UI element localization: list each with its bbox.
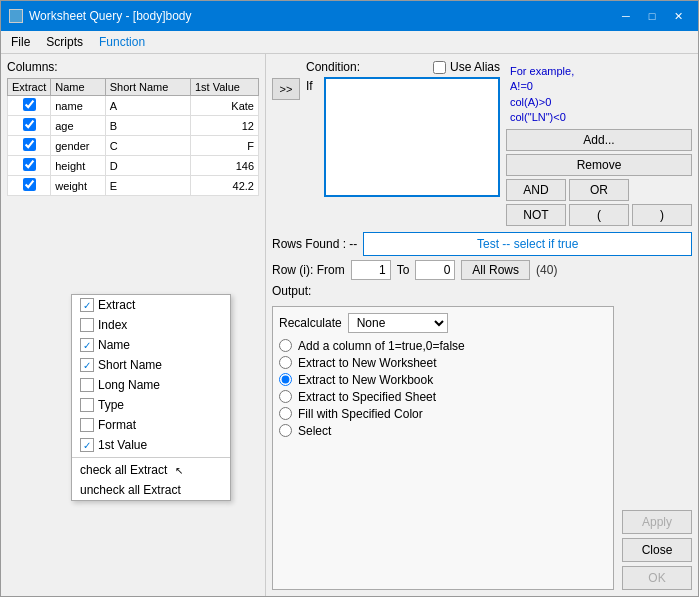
- radio-item-4: Fill with Specified Color: [279, 407, 607, 421]
- name-cell: name: [51, 96, 105, 116]
- name-cell: age: [51, 116, 105, 136]
- dropdown-checkbox-0: [80, 298, 94, 312]
- right-buttons: For example,A!=0col(A)>0col("LN")<0 Add.…: [506, 64, 692, 226]
- radio-item-3: Extract to Specified Sheet: [279, 390, 607, 404]
- output-section: Recalculate NoneAutoManual Add a column …: [272, 306, 614, 590]
- logic-buttons-row: AND OR: [506, 179, 692, 201]
- title-controls: ─ □ ✕: [614, 7, 690, 25]
- dropdown-label-8: check all Extract: [80, 463, 167, 477]
- arrow-button[interactable]: >>: [272, 78, 300, 100]
- use-alias-label: Use Alias: [450, 60, 500, 74]
- condition-label: Condition:: [306, 60, 360, 74]
- radio-label-0: Add a column of 1=true,0=false: [298, 339, 465, 353]
- row-to-input[interactable]: [415, 260, 455, 280]
- radio-item-5: Select: [279, 424, 607, 438]
- dropdown-popup: ExtractIndexNameShort NameLong NameTypeF…: [71, 294, 231, 501]
- value-cell: 42.2: [190, 176, 258, 196]
- radio-input-2[interactable]: [279, 373, 292, 386]
- or-button[interactable]: OR: [569, 179, 629, 201]
- row-from-input[interactable]: [351, 260, 391, 280]
- menu-function[interactable]: Function: [93, 33, 151, 51]
- row-bar: Row (i): From To All Rows (40): [272, 260, 692, 280]
- extract-checkbox-4[interactable]: [23, 178, 36, 191]
- col-header-shortname: Short Name: [105, 79, 190, 96]
- main-window: Worksheet Query - [body]body ─ □ ✕ File …: [0, 0, 699, 597]
- dropdown-item-6[interactable]: Format: [72, 415, 230, 435]
- condition-input[interactable]: [324, 77, 500, 197]
- row-count-label: (40): [536, 263, 557, 277]
- cursor-icon: ↖: [175, 465, 183, 476]
- ok-button[interactable]: OK: [622, 566, 692, 590]
- value-cell: 146: [190, 156, 258, 176]
- radio-label-1: Extract to New Worksheet: [298, 356, 437, 370]
- close-button[interactable]: ✕: [666, 7, 690, 25]
- dropdown-item-4[interactable]: Long Name: [72, 375, 230, 395]
- dropdown-checkbox-2: [80, 338, 94, 352]
- use-alias-row: Use Alias: [433, 60, 500, 74]
- dropdown-item-1[interactable]: Index: [72, 315, 230, 335]
- test-button[interactable]: Test -- select if true: [363, 232, 692, 256]
- use-alias-checkbox[interactable]: [433, 61, 446, 74]
- add-button[interactable]: Add...: [506, 129, 692, 151]
- menu-bar: File Scripts Function: [1, 31, 698, 54]
- radio-item-1: Extract to New Worksheet: [279, 356, 607, 370]
- close-paren-button[interactable]: ): [632, 204, 692, 226]
- close-button-main[interactable]: Close: [622, 538, 692, 562]
- table-row: weight E 42.2: [8, 176, 259, 196]
- dropdown-item-7[interactable]: 1st Value: [72, 435, 230, 455]
- radio-input-1[interactable]: [279, 356, 292, 369]
- right-lower: Output: Recalculate NoneAutoManual Add a…: [272, 284, 692, 590]
- dropdown-checkbox-7: [80, 438, 94, 452]
- recalc-row: Recalculate NoneAutoManual: [279, 313, 607, 333]
- col-header-extract: Extract: [8, 79, 51, 96]
- radio-input-0[interactable]: [279, 339, 292, 352]
- dropdown-item-8[interactable]: check all Extract↖: [72, 460, 230, 480]
- columns-table: Extract Name Short Name 1st Value name A…: [7, 78, 259, 196]
- all-rows-button[interactable]: All Rows: [461, 260, 530, 280]
- maximize-button[interactable]: □: [640, 7, 664, 25]
- dropdown-label-3: Short Name: [98, 358, 162, 372]
- extract-checkbox-0[interactable]: [23, 98, 36, 111]
- menu-file[interactable]: File: [5, 33, 36, 51]
- apply-button[interactable]: Apply: [622, 510, 692, 534]
- dropdown-item-0[interactable]: Extract: [72, 295, 230, 315]
- radio-input-3[interactable]: [279, 390, 292, 403]
- right-panel: >> Condition: Use Alias If: [266, 54, 698, 596]
- col-header-value: 1st Value: [190, 79, 258, 96]
- recalc-select[interactable]: NoneAutoManual: [348, 313, 448, 333]
- output-label: Output:: [272, 284, 614, 298]
- short-cell: D: [105, 156, 190, 176]
- radio-label-4: Fill with Specified Color: [298, 407, 423, 421]
- not-button[interactable]: NOT: [506, 204, 566, 226]
- radio-item-0: Add a column of 1=true,0=false: [279, 339, 607, 353]
- radio-label-3: Extract to Specified Sheet: [298, 390, 436, 404]
- radio-input-5[interactable]: [279, 424, 292, 437]
- dropdown-item-2[interactable]: Name: [72, 335, 230, 355]
- condition-header: Condition: Use Alias: [306, 60, 500, 74]
- dropdown-item-3[interactable]: Short Name: [72, 355, 230, 375]
- radio-input-4[interactable]: [279, 407, 292, 420]
- menu-scripts[interactable]: Scripts: [40, 33, 89, 51]
- value-cell: 12: [190, 116, 258, 136]
- and-button[interactable]: AND: [506, 179, 566, 201]
- main-content: Columns: Extract Name Short Name 1st Val…: [1, 54, 698, 596]
- window-title: Worksheet Query - [body]body: [29, 9, 192, 23]
- dropdown-label-4: Long Name: [98, 378, 160, 392]
- remove-button[interactable]: Remove: [506, 154, 692, 176]
- columns-label: Columns:: [7, 60, 259, 74]
- dropdown-label-6: Format: [98, 418, 136, 432]
- extract-checkbox-2[interactable]: [23, 138, 36, 151]
- open-paren-button[interactable]: (: [569, 204, 629, 226]
- dropdown-label-7: 1st Value: [98, 438, 147, 452]
- extract-checkbox-3[interactable]: [23, 158, 36, 171]
- dropdown-checkbox-3: [80, 358, 94, 372]
- minimize-button[interactable]: ─: [614, 7, 638, 25]
- extract-checkbox-1[interactable]: [23, 118, 36, 131]
- name-cell: height: [51, 156, 105, 176]
- dropdown-item-9[interactable]: uncheck all Extract: [72, 480, 230, 500]
- dropdown-item-5[interactable]: Type: [72, 395, 230, 415]
- extract-cell: [8, 136, 51, 156]
- table-row: gender C F: [8, 136, 259, 156]
- name-cell: weight: [51, 176, 105, 196]
- dropdown-label-5: Type: [98, 398, 124, 412]
